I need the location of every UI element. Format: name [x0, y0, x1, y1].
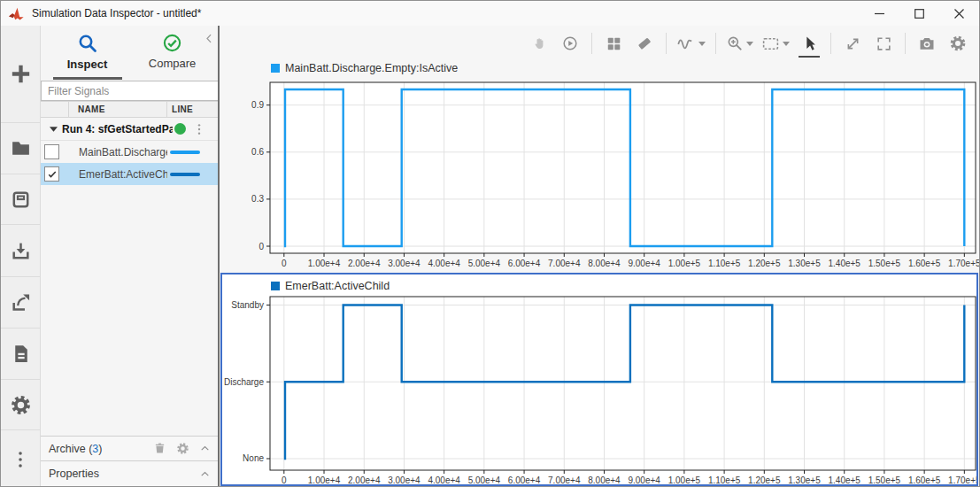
snapshot-button[interactable] — [914, 31, 940, 56]
svg-text:0.9: 0.9 — [251, 100, 264, 110]
create-report-button[interactable] — [1, 329, 40, 380]
subplot-2-legend: EmerBatt:ActiveChild — [271, 280, 390, 292]
svg-text:0.6: 0.6 — [251, 147, 264, 157]
chevron-down-icon — [783, 42, 790, 46]
chevron-up-icon[interactable] — [199, 468, 211, 480]
signal-table-header: NAME LINE — [41, 101, 219, 118]
svg-text:1.10e+5: 1.10e+5 — [708, 475, 741, 484]
table-row-emerbatt[interactable]: EmerBatt:ActiveChil — [41, 163, 219, 185]
svg-text:0: 0 — [282, 259, 287, 268]
signal-name: MainBatt.Discharge. — [79, 146, 167, 158]
archive-section-header[interactable]: Archive (3) — [41, 436, 219, 460]
plus-icon — [8, 61, 34, 87]
check-circle-icon — [162, 33, 182, 53]
svg-text:1.00e+5: 1.00e+5 — [668, 475, 701, 484]
chart-canvas-1: 01.00e+42.00e+43.00e+44.00e+45.00e+46.00… — [220, 58, 980, 273]
svg-text:1.70e+5: 1.70e+5 — [948, 475, 976, 484]
svg-text:1.70e+5: 1.70e+5 — [948, 259, 980, 268]
export-button[interactable] — [1, 277, 40, 329]
name-column-header: NAME — [69, 102, 167, 117]
pan-button[interactable] — [526, 31, 552, 56]
import-button[interactable] — [1, 225, 40, 277]
svg-text:1.00e+4: 1.00e+4 — [308, 259, 341, 268]
table-row-mainbatt[interactable]: MainBatt.Discharge. — [41, 141, 219, 163]
more-options-button[interactable] — [1, 430, 40, 487]
svg-text:1.10e+5: 1.10e+5 — [708, 259, 741, 268]
expand-icon — [845, 35, 861, 52]
replay-button[interactable] — [557, 31, 583, 56]
svg-text:8.00e+4: 8.00e+4 — [588, 475, 621, 484]
svg-text:1.30e+5: 1.30e+5 — [788, 259, 821, 268]
add-button[interactable] — [1, 26, 40, 123]
titlebar: Simulation Data Inspector - untitled* — [1, 1, 979, 26]
close-icon — [954, 9, 964, 19]
open-button[interactable] — [1, 123, 40, 174]
signal-line-swatch[interactable] — [170, 151, 200, 154]
replay-icon — [561, 35, 579, 52]
svg-text:1.40e+5: 1.40e+5 — [829, 259, 861, 268]
signal-trace-button[interactable] — [675, 31, 707, 56]
plot-area: MainBatt.Discharge.Empty:IsActive 01.00e… — [220, 26, 979, 486]
svg-text:0: 0 — [282, 475, 287, 484]
svg-text:5.00e+4: 5.00e+4 — [468, 475, 501, 484]
svg-text:1.40e+5: 1.40e+5 — [829, 475, 861, 484]
maximize-button[interactable] — [899, 1, 939, 26]
import-icon — [10, 240, 32, 262]
pointer-icon — [801, 35, 818, 52]
signal-checkbox[interactable] — [44, 166, 59, 182]
plot-settings-button[interactable] — [945, 31, 971, 56]
svg-text:7.00e+4: 7.00e+4 — [548, 475, 581, 484]
tab-compare[interactable]: Compare — [136, 26, 209, 80]
subplot-2-selected[interactable]: EmerBatt:ActiveChild 01.00e+42.00e+43.00… — [220, 273, 978, 486]
hand-icon — [531, 35, 548, 52]
zoom-button[interactable] — [724, 31, 755, 56]
wave-icon — [676, 34, 696, 53]
subplot-layout-button[interactable] — [600, 31, 627, 56]
pointer-button[interactable] — [796, 31, 822, 56]
svg-text:1.60e+5: 1.60e+5 — [908, 475, 941, 484]
preferences-button[interactable] — [1, 380, 40, 430]
svg-text:1.50e+5: 1.50e+5 — [868, 475, 901, 484]
fit-rect-icon — [761, 35, 780, 53]
fullscreen-button[interactable] — [870, 31, 897, 56]
toolbar-separator — [591, 33, 592, 54]
clear-subplots-button[interactable] — [631, 31, 658, 56]
trash-icon[interactable] — [153, 442, 166, 455]
chevron-up-icon[interactable] — [199, 443, 211, 454]
tab-inspect[interactable]: Inspect — [51, 26, 124, 80]
collapse-panel-button[interactable] — [203, 32, 216, 49]
expand-button[interactable] — [839, 31, 866, 56]
run-group-row[interactable]: Run 4: sfGetStartedPar — [41, 118, 219, 141]
minimize-icon — [875, 9, 884, 19]
save-button[interactable] — [1, 174, 40, 225]
archive-label: Archive (3) — [49, 443, 102, 455]
signal-checkbox[interactable] — [44, 144, 59, 159]
svg-text:1.30e+5: 1.30e+5 — [788, 475, 821, 484]
filter-signals-input[interactable] — [41, 81, 231, 101]
minimize-button[interactable] — [860, 1, 899, 26]
signals-panel: Inspect Compare NAME LINE Run 4: sfGetSt… — [41, 26, 219, 486]
export-icon — [10, 291, 32, 313]
toolbar-separator — [905, 33, 906, 54]
kebab-icon[interactable] — [192, 121, 206, 137]
save-icon — [10, 189, 32, 211]
subplot-1[interactable]: MainBatt.Discharge.Empty:IsActive 01.00e… — [220, 58, 980, 273]
svg-text:1.00e+4: 1.00e+4 — [308, 475, 341, 484]
legend-swatch — [271, 64, 280, 73]
svg-text:2.00e+4: 2.00e+4 — [348, 259, 381, 268]
close-button[interactable] — [939, 1, 979, 26]
signal-line-swatch[interactable] — [170, 173, 200, 176]
maximize-icon — [914, 9, 924, 19]
svg-text:1.00e+5: 1.00e+5 — [668, 259, 701, 268]
tab-inspect-label: Inspect — [67, 58, 108, 71]
checkmark-icon — [47, 169, 58, 180]
fit-to-view-button[interactable] — [760, 31, 791, 56]
zoom-in-icon — [726, 35, 744, 52]
toolbar-separator — [830, 33, 831, 54]
matlab-logo-icon — [9, 7, 24, 20]
properties-section-header[interactable]: Properties — [41, 460, 219, 486]
toolbar-separator — [715, 33, 716, 54]
gear-icon — [949, 35, 967, 52]
svg-text:7.00e+4: 7.00e+4 — [548, 259, 581, 268]
gear-icon[interactable] — [176, 442, 189, 455]
